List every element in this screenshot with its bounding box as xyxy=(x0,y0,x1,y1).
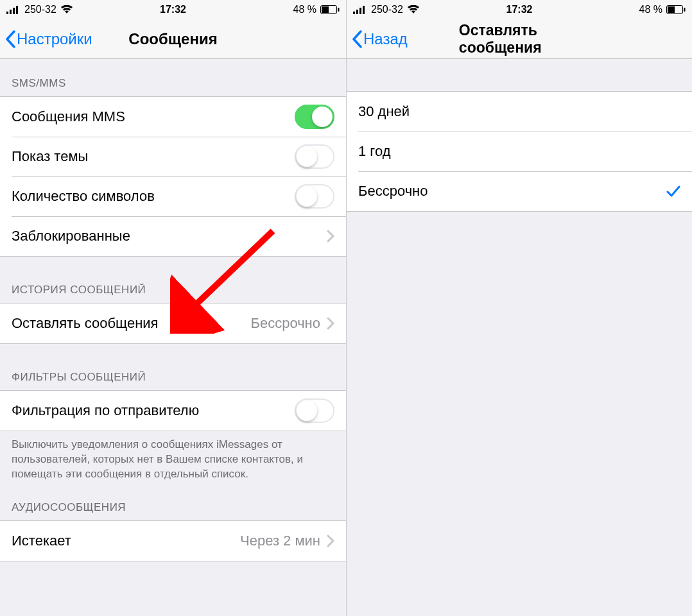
option-label: 30 дней xyxy=(358,103,680,120)
nav-bar: Назад Оставлять сообщения xyxy=(347,19,692,59)
row-label: Оставлять сообщения xyxy=(12,315,250,332)
battery-percent-label: 48 % xyxy=(293,4,316,15)
cell-group-options: 30 дней 1 год Бессрочно xyxy=(347,91,692,212)
cell-group-audio: Истекает Через 2 мин xyxy=(0,520,346,561)
row-label: Сообщения MMS xyxy=(12,108,295,125)
carrier-label: 250-32 xyxy=(371,4,403,15)
chevron-right-icon xyxy=(327,535,334,547)
battery-icon xyxy=(320,5,340,14)
cell-group-history: Оставлять сообщения Бессрочно xyxy=(0,303,346,344)
svg-rect-9 xyxy=(356,10,358,14)
option-label: 1 год xyxy=(358,143,680,160)
section-header-history: ИСТОРИЯ СООБЩЕНИЙ xyxy=(0,257,346,303)
checkmark-icon xyxy=(666,185,680,198)
row-label: Заблокированные xyxy=(12,228,327,244)
switch-mms[interactable] xyxy=(295,105,334,129)
wifi-icon xyxy=(407,5,420,14)
switch-subject[interactable] xyxy=(295,144,334,169)
svg-rect-0 xyxy=(6,12,8,14)
switch-charcount[interactable] xyxy=(295,184,334,209)
clock-label: 17:32 xyxy=(506,4,533,15)
carrier-label: 250-32 xyxy=(24,4,56,15)
cellular-signal-icon xyxy=(6,5,21,14)
wifi-icon xyxy=(60,5,73,14)
row-value: Бессрочно xyxy=(250,315,320,332)
chevron-left-icon xyxy=(5,30,15,48)
svg-rect-1 xyxy=(10,10,12,14)
row-label: Количество символов xyxy=(12,188,295,205)
svg-rect-10 xyxy=(359,8,361,14)
section-header-audio: АУДИОСООБЩЕНИЯ xyxy=(0,490,346,520)
section-header-sms: SMS/MMS xyxy=(0,59,346,96)
section-footer-filter: Выключить уведомления о сообщениях iMess… xyxy=(0,431,346,490)
svg-rect-13 xyxy=(668,6,675,13)
chevron-left-icon xyxy=(352,30,362,48)
cell-group-filter: Фильтрация по отправителю xyxy=(0,390,346,431)
chevron-right-icon xyxy=(327,317,334,330)
svg-rect-3 xyxy=(16,6,18,14)
battery-percent-label: 48 % xyxy=(639,4,662,15)
screen-keep-messages: 250-32 17:32 48 % Назад Оставлять сообще… xyxy=(346,0,692,616)
svg-rect-5 xyxy=(322,6,329,13)
svg-rect-8 xyxy=(353,12,355,14)
svg-rect-2 xyxy=(13,8,15,14)
row-label: Показ темы xyxy=(12,148,295,165)
option-label: Бессрочно xyxy=(358,183,666,200)
page-title: Сообщения xyxy=(128,30,217,48)
cell-group-sms: Сообщения MMS Показ темы Количество симв… xyxy=(0,96,346,257)
section-header-filter: ФИЛЬТРЫ СООБЩЕНИЙ xyxy=(0,344,346,390)
row-subject[interactable]: Показ темы xyxy=(0,137,346,176)
row-charcount[interactable]: Количество символов xyxy=(0,176,346,216)
svg-rect-6 xyxy=(338,8,340,12)
row-label: Истекает xyxy=(12,533,240,549)
back-label: Настройки xyxy=(17,30,92,48)
row-keep-messages[interactable]: Оставлять сообщения Бессрочно xyxy=(0,304,346,343)
row-blocked[interactable]: Заблокированные xyxy=(0,216,346,256)
option-1-year[interactable]: 1 год xyxy=(347,132,692,171)
clock-label: 17:32 xyxy=(160,4,186,15)
option-30-days[interactable]: 30 дней xyxy=(347,92,692,132)
cellular-signal-icon xyxy=(353,5,367,14)
option-forever[interactable]: Бессрочно xyxy=(347,171,692,211)
back-button[interactable]: Назад xyxy=(347,30,408,48)
row-value: Через 2 мин xyxy=(240,533,320,549)
svg-rect-11 xyxy=(363,6,365,14)
nav-bar: Настройки Сообщения xyxy=(0,19,346,59)
back-button[interactable]: Настройки xyxy=(0,30,92,48)
screen-messages-settings: 250-32 17:32 48 % Настройки Сообщения SM… xyxy=(0,0,346,616)
chevron-right-icon xyxy=(327,230,334,243)
svg-rect-14 xyxy=(684,8,686,12)
back-label: Назад xyxy=(363,30,408,48)
status-bar: 250-32 17:32 48 % xyxy=(0,0,346,19)
status-bar: 250-32 17:32 48 % xyxy=(347,0,692,19)
row-expire[interactable]: Истекает Через 2 мин xyxy=(0,521,346,561)
switch-filter[interactable] xyxy=(295,398,334,423)
row-filter-sender[interactable]: Фильтрация по отправителю xyxy=(0,391,346,431)
row-mms[interactable]: Сообщения MMS xyxy=(0,97,346,137)
battery-icon xyxy=(666,5,686,14)
page-title: Оставлять сообщения xyxy=(459,22,614,56)
row-label: Фильтрация по отправителю xyxy=(12,402,295,419)
